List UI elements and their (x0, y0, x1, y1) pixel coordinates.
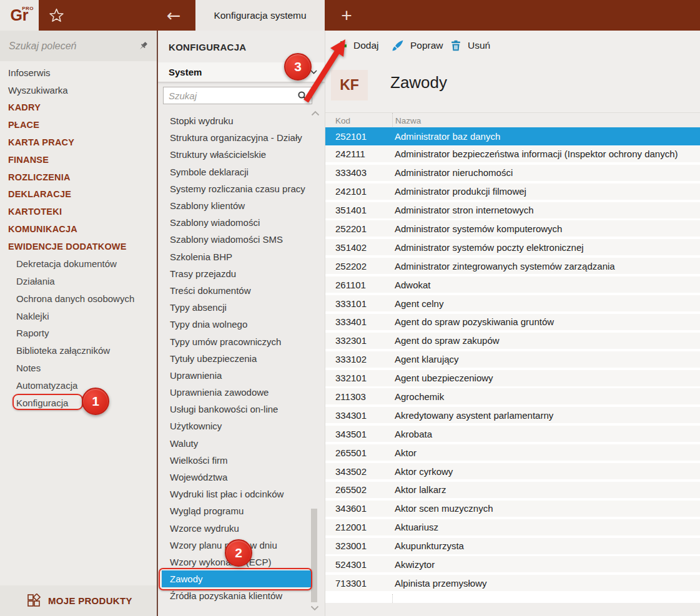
sidebar-item[interactable]: FINANSE (0, 151, 157, 169)
table-row[interactable]: 334301 Akredytowany asystent parlamentar… (325, 407, 700, 423)
sidebar-item[interactable]: DEKLARACJE (0, 186, 157, 203)
sidebar-item[interactable]: Raporty (0, 325, 157, 342)
config-list-item-label: Uprawnienia zawodowe (170, 387, 269, 398)
scroll-up-icon[interactable] (311, 110, 320, 116)
config-list-item[interactable]: Szablony klientów (162, 197, 311, 214)
config-list-item[interactable]: Symbole deklaracji (162, 164, 311, 180)
annotation-step-1: 1 (82, 388, 109, 415)
config-list-scrollbar[interactable] (311, 509, 317, 602)
table-row[interactable]: 252101 Administrator baz danych (325, 127, 700, 145)
config-list-item-label: Uprawnienia (170, 370, 222, 381)
table-row[interactable]: 351402 Administrator systemów poczty ele… (325, 239, 700, 255)
config-list-item[interactable]: Szkolenia BHP (162, 248, 311, 265)
config-list-item[interactable]: Uprawnienia (162, 367, 311, 384)
config-list-item[interactable]: Województwa (162, 469, 311, 486)
sidebar-item[interactable]: Naklejki (0, 307, 157, 325)
sidebar-item[interactable]: KADRY (0, 99, 157, 117)
config-list-item-label: Trasy przejazdu (170, 268, 236, 279)
tab-konfiguracja-systemu[interactable]: Konfiguracja systemu (195, 0, 325, 31)
cell-code: 265501 (325, 447, 395, 458)
scroll-down-icon[interactable] (310, 605, 319, 611)
table-row[interactable]: 332301 Agent do spraw zakupów (325, 333, 700, 349)
table-row[interactable]: 333101 Agent celny (325, 295, 700, 311)
config-list-item[interactable]: Wielkości firm (162, 452, 311, 469)
config-list-item[interactable]: Typy absencji (162, 299, 311, 316)
table-row[interactable]: 242101 Administrator produkcji filmowej (325, 183, 700, 200)
sidebar-item[interactable]: Działania (0, 273, 157, 290)
sidebar-item[interactable]: PŁACE (0, 116, 157, 134)
config-list-item[interactable]: Usługi bankowości on-line (162, 401, 311, 418)
config-list-item[interactable]: Struktura organizacyjna - Działy (162, 129, 311, 146)
table-row[interactable]: 343601 Aktor scen muzycznych (325, 501, 700, 517)
sidebar-item[interactable]: Dekretacja dokumentów (0, 255, 157, 273)
sidebar-item[interactable]: Biblioteka załączników (0, 342, 157, 359)
config-list-item[interactable]: Stopki wydruku (162, 112, 311, 129)
sidebar-item-label: Infoserwis (8, 67, 51, 78)
table-header[interactable]: Kod Nazwa (325, 112, 700, 128)
sidebar-item-label: KARTA PRACY (8, 137, 74, 147)
favorites-tab[interactable] (49, 8, 64, 22)
table-row[interactable]: 265501 Aktor (325, 444, 700, 461)
config-list-item[interactable]: Treści dokumentów (162, 282, 311, 299)
command-search-box[interactable]: Szukaj poleceń (0, 31, 157, 61)
table-row[interactable]: 343502 Aktor cyrkowy (325, 463, 700, 479)
config-list-item[interactable]: Wygląd programu (162, 502, 311, 519)
config-list-item[interactable]: Waluty (162, 435, 311, 452)
config-list-item[interactable]: Wydruki list płac i odcinków (162, 486, 311, 502)
table-row[interactable]: 332101 Agent ubezpieczeniowy (325, 370, 700, 386)
config-list-item[interactable]: Uprawnienia zawodowe (162, 384, 311, 401)
table-row[interactable]: 252202 Administrator zintegrowanych syst… (325, 258, 700, 274)
table-row[interactable]: 333403 Administrator nieruchomości (325, 165, 700, 181)
delete-button[interactable]: Usuń (450, 31, 490, 61)
pin-icon[interactable] (137, 41, 149, 52)
app-logo[interactable]: Gr PRO (0, 0, 39, 31)
sidebar-item[interactable]: KARTA PRACY (0, 134, 157, 151)
table-row[interactable]: 261101 Adwokat (325, 276, 700, 293)
table-row[interactable]: 351401 Administrator stron internetowych (325, 202, 700, 218)
edit-button[interactable]: Popraw (392, 31, 443, 61)
column-header-nazwa[interactable]: Nazwa (392, 113, 700, 128)
sidebar-item[interactable]: Infoserwis (0, 64, 157, 82)
my-products-bar[interactable]: MOJE PRODUKTY (0, 585, 157, 616)
back-arrow-icon[interactable]: ← (161, 0, 186, 31)
cell-name: Agent klarujący (395, 354, 700, 364)
column-header-kod[interactable]: Kod (325, 113, 392, 128)
sidebar-item[interactable]: Automatyzacja (0, 376, 157, 394)
table-row[interactable]: 323001 Akupunkturzysta (325, 538, 700, 554)
config-list-item[interactable]: Szablony wiadomości (162, 214, 311, 231)
table-row[interactable]: 211303 Agrochemik (325, 388, 700, 404)
sidebar-item[interactable]: KOMUNIKACJA (0, 220, 157, 238)
table-row[interactable]: 713301 Alpinista przemysłowy (325, 575, 700, 591)
chevron-down-icon (310, 70, 317, 74)
table-row[interactable]: 242111 Administrator bezpieczeństwa info… (325, 146, 700, 162)
config-list-item[interactable]: Typy umów pracowniczych (162, 333, 311, 350)
table-row[interactable]: 343501 Akrobata (325, 426, 700, 442)
config-list-item[interactable]: Użytkownicy (162, 418, 311, 434)
sidebar-item[interactable]: KARTOTEKI (0, 203, 157, 220)
config-list-item[interactable]: Trasy przejazdu (162, 265, 311, 282)
sidebar-item[interactable]: EWIDENCJE DODATKOWE (0, 238, 157, 255)
config-list-item[interactable]: Tytuły ubezpieczenia (162, 350, 311, 367)
config-list-item[interactable]: Struktury właścicielskie (162, 146, 311, 163)
add-button[interactable]: Dodaj (337, 31, 379, 61)
config-search-input[interactable]: Szukaj (163, 87, 312, 104)
config-list-item[interactable]: Wzorce wydruku (162, 520, 311, 537)
table-row[interactable]: 212001 Aktuariusz (325, 519, 700, 535)
cell-code: 333102 (325, 354, 395, 364)
table-row[interactable]: 333401 Agent do spraw pozyskiwania grunt… (325, 314, 700, 330)
sidebar-item[interactable]: Ochrona danych osobowych (0, 290, 157, 307)
table-row[interactable]: 265502 Aktor lalkarz (325, 482, 700, 498)
sidebar-item[interactable]: ROZLICZENIA (0, 169, 157, 186)
sidebar-item[interactable]: Notes (0, 359, 157, 377)
new-tab-plus-icon[interactable]: + (336, 0, 357, 31)
config-list-item[interactable]: Typy dnia wolnego (162, 316, 311, 333)
sidebar-item-label: ROZLICZENIA (8, 172, 71, 182)
table-row[interactable]: 252201 Administrator systemów komputerow… (325, 220, 700, 237)
table-row[interactable]: 524301 Akwizytor (325, 556, 700, 572)
config-list-item[interactable]: Systemy rozliczania czasu pracy (162, 180, 311, 197)
config-list-item[interactable]: Szablony wiadomości SMS (162, 231, 311, 248)
sidebar-item[interactable]: Wyszukiwarka (0, 82, 157, 99)
cell-name: Aktor lalkarz (395, 484, 700, 495)
table-row[interactable]: 333102 Agent klarujący (325, 351, 700, 368)
edit-button-label: Popraw (410, 40, 443, 51)
